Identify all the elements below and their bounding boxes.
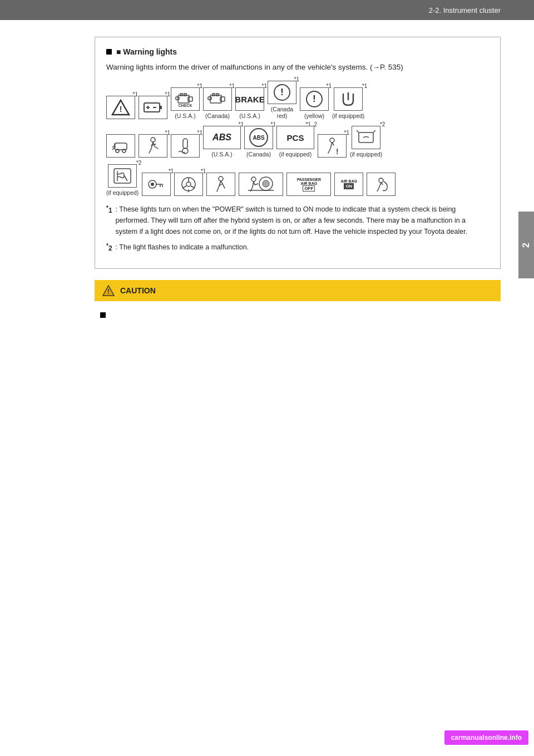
header-title: 2-2. Instrument cluster xyxy=(429,6,501,14)
section-description: Warning lights inform the driver of malf… xyxy=(106,62,489,73)
caution-box: ! CAUTION xyxy=(95,280,501,301)
icon-label-abs-canada: (Canada) xyxy=(246,151,271,158)
icon-box-temp xyxy=(171,134,200,158)
icon-box-parking-brake xyxy=(108,164,137,188)
icon-cell-door-open: *2 (if equipped) xyxy=(350,126,382,158)
temp-icon xyxy=(175,136,195,155)
icon-box-brake-usa: BRAKE xyxy=(235,87,264,111)
svg-rect-23 xyxy=(183,139,187,149)
warning-triangle-icon: ! xyxy=(111,99,130,116)
section-header: ■ Warning lights xyxy=(106,47,489,56)
icon-label-pcs: (if equipped) xyxy=(279,151,312,158)
icon-cell-airbag-indicator xyxy=(239,173,283,196)
traction-icon xyxy=(110,136,131,155)
brake-canada-circle: ! xyxy=(274,84,290,101)
icon-cell-seatbelt xyxy=(206,173,235,196)
icon-box-passenger-airbag-off: PASSENGER AIR BAG OFF xyxy=(286,173,331,196)
icons-row-3: *2 (if equipped) *1 xyxy=(106,164,489,196)
svg-line-29 xyxy=(373,130,375,132)
icon-label-check-engine-canada: (Canada) xyxy=(205,112,230,119)
power-icon xyxy=(339,91,358,107)
svg-line-40 xyxy=(182,186,186,188)
watermark: carmanualsonline.info xyxy=(444,730,528,745)
svg-line-28 xyxy=(357,130,359,132)
pcs-text: PCS xyxy=(287,133,304,143)
icon-cell-abs-usa: *1 ABS (U.S.A.) xyxy=(203,126,241,158)
icon-box-eps: ! xyxy=(174,173,203,196)
svg-rect-10 xyxy=(180,94,182,96)
icon-box-seatbelt xyxy=(206,173,235,196)
battery-icon xyxy=(143,101,163,114)
icon-label-abs-usa: (U.S.A.) xyxy=(211,151,232,158)
icon-box-brake-canada: ! xyxy=(268,81,296,104)
icon-cell-abs-canada: *1 ABS (Canada) xyxy=(244,126,273,158)
svg-rect-13 xyxy=(210,95,221,103)
airbag-indicator-icon xyxy=(241,175,280,194)
passenger-text-off: PASSENGER xyxy=(297,178,321,181)
icon-cell-passenger-airbag-off: PASSENGER AIR BAG OFF xyxy=(286,173,331,196)
icon-box-immobilizer xyxy=(142,173,171,196)
airbag-side-icon xyxy=(372,176,390,193)
svg-rect-9 xyxy=(176,97,179,100)
caution-warning-icon: ! xyxy=(102,285,115,296)
footnote-2: *2 : The light flashes to indicate a mal… xyxy=(106,242,489,254)
svg-rect-30 xyxy=(114,169,131,183)
icons-row-1: *1 ! *1 xyxy=(106,81,489,119)
footnote-text-2: : The light flashes to indicate a malfun… xyxy=(116,242,249,253)
icon-label-parking-brake: (if equipped) xyxy=(106,189,139,196)
side-tab: 2 xyxy=(518,212,534,278)
icon-cell-pcs: *1, 2 PCS (if equipped) xyxy=(276,126,314,158)
icon-label-power: (if equipped) xyxy=(332,112,364,119)
svg-rect-15 xyxy=(208,97,211,100)
icon-box-check-engine-usa: CHECK xyxy=(171,87,200,111)
footnote-marker-1: *1 xyxy=(106,204,112,216)
check-engine-usa-icon: CHECK xyxy=(175,90,196,109)
on-label: ON xyxy=(344,183,354,189)
svg-rect-19 xyxy=(115,143,127,150)
icon-box-check-engine-canada xyxy=(203,87,232,111)
caution-label: CAUTION xyxy=(120,286,156,295)
icon-box-abs-canada: ABS xyxy=(244,126,273,149)
abs-canada-circle: ABS xyxy=(249,128,268,147)
icon-box-battery xyxy=(139,96,167,119)
svg-text:CHECK: CHECK xyxy=(179,104,192,107)
content-bullet xyxy=(100,312,106,318)
icon-cell-brake-canada: *1 ! (Canadared) xyxy=(268,81,296,119)
svg-rect-14 xyxy=(220,97,225,101)
icon-cell-airbag-side xyxy=(367,173,395,196)
footnote-1: *1 : These lights turn on when the "POWE… xyxy=(106,204,489,237)
icon-box-abs-usa: ABS xyxy=(203,126,241,149)
abs-text-usa: ABS xyxy=(212,132,231,143)
icon-box-brake-yellow: ! xyxy=(300,87,329,111)
icon-box-power xyxy=(334,87,363,111)
section-title: ■ Warning lights xyxy=(116,47,177,56)
header-bar: 2-2. Instrument cluster xyxy=(0,0,534,20)
svg-rect-8 xyxy=(188,97,192,101)
icon-cell-seatbelt-warn: *1 ! xyxy=(318,134,347,158)
svg-rect-3 xyxy=(160,106,162,109)
icon-cell-brake-usa: *1 BRAKE (U.S.A.) xyxy=(235,87,264,119)
svg-rect-7 xyxy=(178,95,189,103)
icon-label-check-engine-usa: (U.S.A.) xyxy=(175,112,195,119)
seatbelt-warn-icon: ! xyxy=(324,136,340,155)
icon-cell-eps: *1 ! xyxy=(174,173,203,196)
brake-yellow-circle: ! xyxy=(306,91,323,107)
icons-row-2: *1 *1 xyxy=(106,126,489,158)
brake-canada-excl: ! xyxy=(280,87,283,97)
eps-icon: ! xyxy=(179,176,198,193)
watermark-text: carmanualsonline.info xyxy=(451,734,522,742)
svg-rect-27 xyxy=(359,132,373,143)
slip-icon xyxy=(144,136,162,155)
icon-box-airbag-side xyxy=(367,173,395,196)
icon-cell-airbag-on: AIR BAG ON xyxy=(334,173,363,196)
superscript-16: *2 xyxy=(136,160,141,166)
icon-cell-check-engine-usa: *1 CHECK (U.S.A.) xyxy=(171,87,200,119)
icon-cell-battery: *1 xyxy=(139,96,167,119)
svg-point-22 xyxy=(151,138,155,142)
svg-point-46 xyxy=(263,180,269,187)
main-content: ■ Warning lights Warning lights inform t… xyxy=(0,31,534,331)
icon-label-brake-canada: (Canadared) xyxy=(271,106,293,119)
svg-point-44 xyxy=(251,177,256,181)
icon-cell-parking-brake: *2 (if equipped) xyxy=(106,164,139,196)
footnotes-section: *1 : These lights turn on when the "POWE… xyxy=(106,204,489,254)
